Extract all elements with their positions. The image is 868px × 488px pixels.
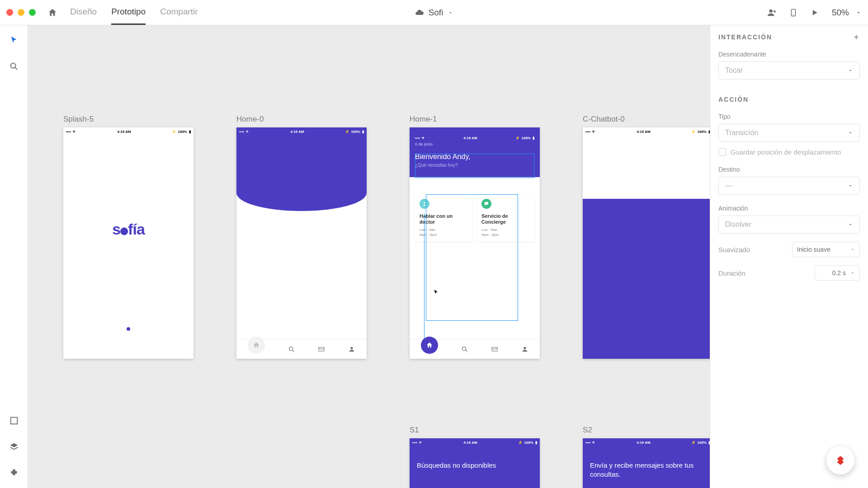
close-window-button[interactable] <box>6 9 13 16</box>
nav-mail-icon[interactable] <box>318 346 325 353</box>
nav-profile-icon[interactable] <box>521 346 528 353</box>
easing-label: Suavizado <box>718 246 750 253</box>
svg-point-5 <box>289 347 292 350</box>
pagination-dot <box>127 327 130 331</box>
search-icon[interactable] <box>9 61 19 71</box>
svg-rect-4 <box>10 418 17 424</box>
document-title[interactable]: Sofi <box>415 8 453 18</box>
artboard-s2[interactable]: S2 ▪▪▪▪ᯤ 4:19 AM ⚡100%▮ Envía y recibe m… <box>583 426 710 488</box>
card-doctor[interactable]: Hablar con un doctor Lun - Sab8am - 9pm <box>415 194 472 242</box>
status-bar: ▪▪▪▪ᯤ 4:19 AM ⚡100%▮ <box>583 127 710 136</box>
chevron-down-icon <box>850 247 855 252</box>
duration-select[interactable]: 0.2 s <box>815 265 860 281</box>
card-concierge[interactable]: Servicio de Concierge Lun - Sab8am - 9pm <box>477 194 534 242</box>
svg-point-7 <box>350 347 353 349</box>
add-user-icon[interactable] <box>767 8 777 18</box>
nav-profile-icon[interactable] <box>348 346 355 353</box>
document-name: Sofi <box>429 8 443 18</box>
message-text: Envía y recibe mensajes sobre tus consul… <box>590 461 706 479</box>
card-schedule: Lun - Sab8am - 9pm <box>481 228 530 237</box>
subtitle-text: ¿Qué necesitas hoy? <box>415 163 534 168</box>
tab-share[interactable]: Compartir <box>160 0 198 25</box>
artboard-home0[interactable]: Home-0 ▪▪▪▪ᯤ 4:19 AM ⚡100%▮ <box>236 115 367 359</box>
select-tool-icon[interactable] <box>9 35 19 45</box>
svg-point-9 <box>462 347 466 350</box>
artboard-label: S2 <box>583 426 710 435</box>
topbar: Diseño Prototipo Compartir Sofi 50% <box>0 0 868 25</box>
help-fab[interactable] <box>826 446 854 474</box>
tab-prototype[interactable]: Prototipo <box>111 0 146 25</box>
home1-header: ▪▪▪▪ᯤ 4:19 AM ⚡100%▮ 6 de junio Bienveni… <box>410 127 540 177</box>
card-title: Hablar con un doctor <box>420 213 468 225</box>
animation-select[interactable]: Disolver <box>718 216 860 234</box>
nav-search-icon[interactable] <box>288 346 295 353</box>
card-schedule: Lun - Sab8am - 9pm <box>420 228 468 237</box>
artboard-home1[interactable]: Home-1 ▪▪▪▪ᯤ 4:19 AM ⚡100%▮ 6 de junio B… <box>410 115 540 359</box>
nav-home-fab[interactable] <box>421 337 438 354</box>
trigger-select[interactable]: Tocar <box>718 61 860 80</box>
status-bar: ▪▪▪▪ᯤ 4:19 AM ⚡100%▮ <box>583 438 710 446</box>
chevron-down-icon <box>848 222 853 227</box>
artboard-label: C-Chatbot-0 <box>583 115 710 124</box>
home-icon[interactable] <box>47 8 57 18</box>
minimize-window-button[interactable] <box>18 9 24 16</box>
message-text: Búsquedas no disponibles <box>417 461 533 470</box>
artboard-label: S1 <box>410 426 540 435</box>
zoom-control[interactable]: 50% <box>832 8 862 18</box>
window-controls <box>6 9 36 16</box>
plugins-icon[interactable] <box>9 468 19 478</box>
properties-panel: INTERACCIÓN Desencadenante Tocar ACCIÓN … <box>710 25 868 488</box>
nav-home-fab[interactable] <box>248 337 265 354</box>
cards-row: Hablar con un doctor Lun - Sab8am - 9pm … <box>415 194 534 242</box>
zoom-value: 50% <box>832 8 849 18</box>
welcome-text: Bienvenido Andy, <box>415 153 534 161</box>
mode-tabs: Diseño Prototipo Compartir <box>70 0 198 25</box>
type-label: Tipo <box>718 113 860 120</box>
chevron-down-icon <box>855 9 862 16</box>
topbar-right: 50% <box>767 7 862 18</box>
status-bar: ▪▪▪▪ᯤ 4:19 AM ⚡100%▮ <box>63 127 193 136</box>
canvas[interactable]: Splash-5 ▪▪▪▪ᯤ 4:19 AM ⚡100%▮ sfía Home-… <box>28 25 710 488</box>
artboard-chatbot[interactable]: C-Chatbot-0 ▪▪▪▪ᯤ 4:19 AM ⚡100%▮ <box>583 115 710 359</box>
type-select[interactable]: Transición <box>718 124 860 142</box>
concierge-icon <box>481 199 491 209</box>
bottom-nav <box>410 339 540 359</box>
header-curve: ▪▪▪▪ᯤ 4:19 AM ⚡100%▮ <box>236 127 367 211</box>
svg-point-8 <box>424 202 425 203</box>
interaction-header: INTERACCIÓN <box>718 33 772 41</box>
preserve-scroll-checkbox[interactable]: Guardar posición de desplazamiento <box>718 148 860 156</box>
artboard-s1[interactable]: S1 ▪▪▪▪ᯤ 4:19 AM ⚡100%▮ Búsquedas no dis… <box>410 426 540 488</box>
nav-search-icon[interactable] <box>461 346 468 353</box>
destination-label: Destino <box>718 166 860 173</box>
play-icon[interactable] <box>810 8 819 17</box>
svg-point-0 <box>769 9 772 12</box>
easing-select[interactable]: Inicio suave <box>792 242 860 257</box>
checkbox-box <box>718 148 726 156</box>
chevron-down-icon <box>850 271 855 275</box>
tab-design[interactable]: Diseño <box>70 0 97 25</box>
chevron-down-icon <box>448 10 453 15</box>
chevron-down-icon <box>848 130 853 136</box>
card-title: Servicio de Concierge <box>481 213 530 225</box>
mouse-cursor-icon <box>433 288 439 296</box>
artboard-splash[interactable]: Splash-5 ▪▪▪▪ᯤ 4:19 AM ⚡100%▮ sfía <box>63 115 193 359</box>
date-label: 6 de junio <box>415 142 534 146</box>
bottom-nav <box>236 339 367 359</box>
svg-point-11 <box>524 347 526 349</box>
artboard-label: Splash-5 <box>63 115 193 124</box>
duration-label: Duración <box>718 269 745 277</box>
maximize-window-button[interactable] <box>29 9 36 16</box>
status-bar: ▪▪▪▪ᯤ 4:19 AM ⚡100%▮ <box>415 134 534 142</box>
nav-mail-icon[interactable] <box>491 346 498 353</box>
svg-point-2 <box>793 14 794 15</box>
status-bar: ▪▪▪▪ᯤ 4:19 AM ⚡100%▮ <box>410 438 540 446</box>
artboard-icon[interactable] <box>9 416 19 426</box>
status-bar: ▪▪▪▪ᯤ 4:19 AM ⚡100%▮ <box>236 127 367 136</box>
device-icon[interactable] <box>789 7 797 18</box>
sofia-logo: sfía <box>112 221 145 238</box>
add-interaction-icon[interactable] <box>853 33 860 41</box>
brand-icon <box>834 454 847 467</box>
destination-select[interactable]: — <box>718 177 860 195</box>
doctor-icon <box>420 199 429 209</box>
layers-icon[interactable] <box>9 442 19 452</box>
